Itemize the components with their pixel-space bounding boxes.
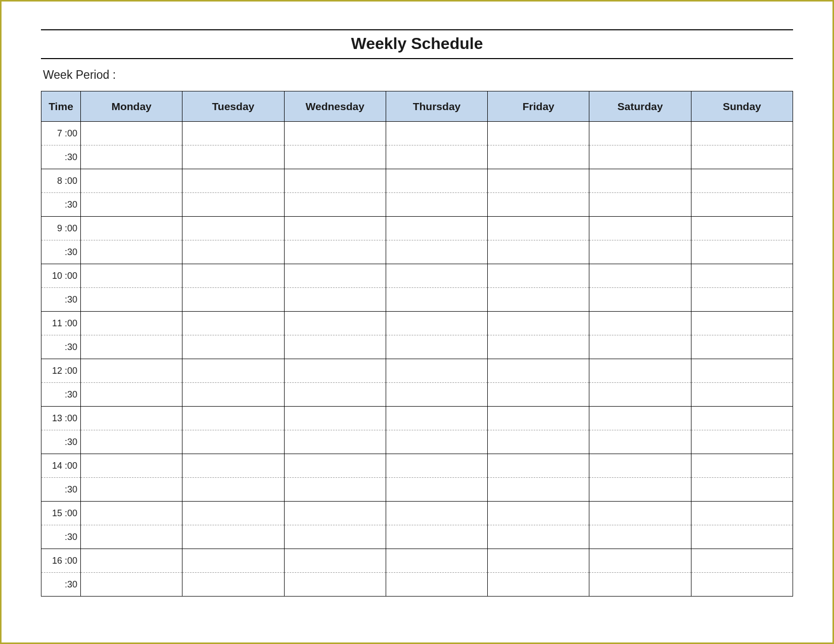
schedule-cell bbox=[284, 312, 386, 335]
table-row: 15:00 bbox=[41, 502, 793, 525]
time-minute: :00 bbox=[62, 556, 77, 566]
time-minute: :00 bbox=[62, 128, 77, 139]
schedule-cell bbox=[284, 502, 386, 525]
schedule-cell bbox=[488, 264, 589, 288]
schedule-cell bbox=[691, 169, 793, 193]
schedule-cell bbox=[691, 122, 793, 145]
schedule-table: Time Monday Tuesday Wednesday Thursday F… bbox=[41, 91, 793, 597]
schedule-cell bbox=[182, 193, 284, 217]
schedule-cell bbox=[589, 264, 691, 288]
schedule-cell bbox=[386, 240, 487, 264]
schedule-cell bbox=[589, 430, 691, 454]
time-cell: :30 bbox=[41, 335, 81, 359]
page-title: Weekly Schedule bbox=[351, 34, 483, 53]
header-sunday: Sunday bbox=[691, 91, 793, 122]
schedule-cell bbox=[81, 454, 182, 478]
schedule-cell bbox=[386, 525, 487, 549]
schedule-cell bbox=[589, 502, 691, 525]
time-cell: :30 bbox=[41, 383, 81, 407]
schedule-cell bbox=[182, 359, 284, 383]
schedule-cell bbox=[81, 383, 182, 407]
schedule-cell bbox=[81, 359, 182, 383]
schedule-cell bbox=[284, 335, 386, 359]
schedule-cell bbox=[691, 573, 793, 597]
schedule-cell bbox=[488, 383, 589, 407]
schedule-cell bbox=[386, 407, 487, 430]
schedule-cell bbox=[182, 122, 284, 145]
schedule-cell bbox=[182, 288, 284, 312]
table-row: :30 bbox=[41, 383, 793, 407]
table-row: :30 bbox=[41, 478, 793, 502]
week-period-label: Week Period : bbox=[41, 68, 793, 82]
schedule-cell bbox=[589, 573, 691, 597]
table-row: 16:00 bbox=[41, 549, 793, 573]
schedule-cell bbox=[284, 122, 386, 145]
time-minute: :00 bbox=[62, 223, 77, 234]
schedule-cell bbox=[589, 335, 691, 359]
schedule-cell bbox=[386, 383, 487, 407]
schedule-cell bbox=[488, 525, 589, 549]
schedule-cell bbox=[589, 288, 691, 312]
time-hour: 13 bbox=[51, 413, 62, 424]
schedule-cell bbox=[284, 430, 386, 454]
time-cell: :30 bbox=[41, 430, 81, 454]
schedule-cell bbox=[182, 502, 284, 525]
time-cell: :30 bbox=[41, 478, 81, 502]
table-row: 9:00 bbox=[41, 217, 793, 240]
time-hour: 15 bbox=[51, 508, 62, 519]
schedule-cell bbox=[589, 240, 691, 264]
schedule-cell bbox=[81, 169, 182, 193]
time-minute: :30 bbox=[62, 532, 77, 542]
schedule-cell bbox=[386, 502, 487, 525]
schedule-cell bbox=[284, 264, 386, 288]
table-row: 14:00 bbox=[41, 454, 793, 478]
schedule-cell bbox=[488, 217, 589, 240]
schedule-cell bbox=[386, 145, 487, 169]
schedule-cell bbox=[81, 145, 182, 169]
schedule-cell bbox=[386, 430, 487, 454]
time-minute: :00 bbox=[62, 413, 77, 424]
schedule-cell bbox=[386, 193, 487, 217]
schedule-cell bbox=[182, 407, 284, 430]
schedule-cell bbox=[81, 122, 182, 145]
schedule-cell bbox=[182, 217, 284, 240]
table-row: 13:00 bbox=[41, 407, 793, 430]
schedule-cell bbox=[691, 193, 793, 217]
schedule-cell bbox=[182, 454, 284, 478]
document-frame: Weekly Schedule Week Period : Time Monda… bbox=[0, 0, 834, 644]
time-hour: 11 bbox=[51, 318, 62, 329]
time-cell: :30 bbox=[41, 193, 81, 217]
table-row: :30 bbox=[41, 193, 793, 217]
schedule-cell bbox=[589, 359, 691, 383]
time-minute: :30 bbox=[62, 437, 77, 448]
schedule-cell bbox=[589, 217, 691, 240]
schedule-cell bbox=[589, 454, 691, 478]
schedule-cell bbox=[182, 312, 284, 335]
time-hour: 14 bbox=[51, 461, 62, 471]
table-row: :30 bbox=[41, 240, 793, 264]
time-cell: :30 bbox=[41, 525, 81, 549]
schedule-cell bbox=[284, 359, 386, 383]
table-row: :30 bbox=[41, 288, 793, 312]
schedule-cell bbox=[589, 312, 691, 335]
time-cell: 16:00 bbox=[41, 549, 81, 573]
schedule-cell bbox=[488, 549, 589, 573]
time-minute: :30 bbox=[62, 342, 77, 353]
schedule-cell bbox=[284, 145, 386, 169]
time-cell: 7:00 bbox=[41, 122, 81, 145]
schedule-cell bbox=[691, 288, 793, 312]
header-friday: Friday bbox=[488, 91, 589, 122]
time-minute: :30 bbox=[62, 389, 77, 400]
schedule-cell bbox=[691, 430, 793, 454]
time-minute: :00 bbox=[62, 176, 77, 186]
schedule-cell bbox=[284, 217, 386, 240]
time-minute: :30 bbox=[62, 247, 77, 258]
schedule-cell bbox=[81, 335, 182, 359]
schedule-cell bbox=[182, 573, 284, 597]
schedule-cell bbox=[284, 573, 386, 597]
schedule-cell bbox=[81, 240, 182, 264]
schedule-cell bbox=[284, 383, 386, 407]
schedule-cell bbox=[488, 145, 589, 169]
time-minute: :00 bbox=[62, 366, 77, 376]
schedule-cell bbox=[284, 549, 386, 573]
